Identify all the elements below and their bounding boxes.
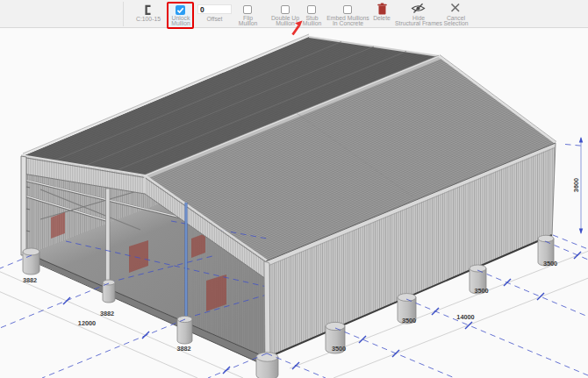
svg-text:3500: 3500 <box>474 287 488 295</box>
svg-text:3882: 3882 <box>176 345 190 353</box>
svg-text:3882: 3882 <box>23 276 37 284</box>
svg-text:3500: 3500 <box>402 317 416 325</box>
svg-text:3600: 3600 <box>572 178 580 192</box>
svg-text:14000: 14000 <box>456 313 474 321</box>
svg-text:12000: 12000 <box>78 319 96 327</box>
svg-text:3500: 3500 <box>543 260 557 267</box>
svg-text:3882: 3882 <box>100 310 114 317</box>
svg-text:3500: 3500 <box>332 345 346 353</box>
